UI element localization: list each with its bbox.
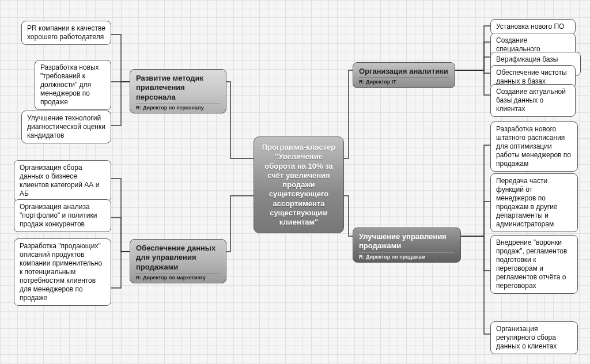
leaf: Создание актуальной базы данных о клиент… — [490, 84, 576, 117]
leaf: Разработка нового штатного расписания дл… — [490, 122, 578, 172]
branch-analytics: Организация аналитики R: Директор IT — [353, 62, 455, 88]
branch-title: Улучшение управления продажами — [359, 232, 455, 251]
leaf: Разработка "продающих" описаний продукто… — [14, 238, 111, 306]
leaf: Организация сбора данных о бизнесе клиен… — [14, 160, 111, 202]
leaf: Улучшение технологий диагностической оце… — [21, 111, 111, 143]
branch-personnel: Развитие методик привлечения персонала R… — [130, 69, 226, 113]
leaf: Организация анализа "портфолио" и полити… — [14, 199, 111, 232]
branch-responsible: R: Директор по персоналу — [136, 103, 220, 111]
branch-responsible: R: Директор по продажам — [359, 252, 455, 260]
center-title: Программа-кластер "Увеличение оборота на… — [262, 143, 335, 226]
leaf: Передача части функций от менеджеров по … — [490, 173, 578, 232]
leaf: Разработка новых "требований к должности… — [35, 60, 111, 110]
branch-marketing: Обеспечение данных для управления продаж… — [130, 239, 226, 283]
branch-title: Развитие методик привлечения персонала — [136, 74, 220, 102]
branch-title: Организация аналитики — [359, 67, 449, 76]
leaf: Установка нового ПО — [490, 19, 576, 35]
branch-title: Обеспечение данных для управления продаж… — [136, 244, 220, 272]
leaf: PR компании в качестве хорошего работода… — [21, 21, 111, 45]
center-node: Программа-кластер "Увеличение оборота на… — [254, 136, 344, 233]
leaf: Организация регулярного сбора данных о к… — [490, 321, 578, 354]
leaf: Внедрение "воронки продаж", регламентов … — [490, 235, 578, 294]
branch-responsible: R: Директор по маркетингу — [136, 273, 220, 281]
branch-responsible: R: Директор IT — [359, 77, 449, 85]
branch-sales: Улучшение управления продажами R: Директ… — [353, 227, 461, 263]
